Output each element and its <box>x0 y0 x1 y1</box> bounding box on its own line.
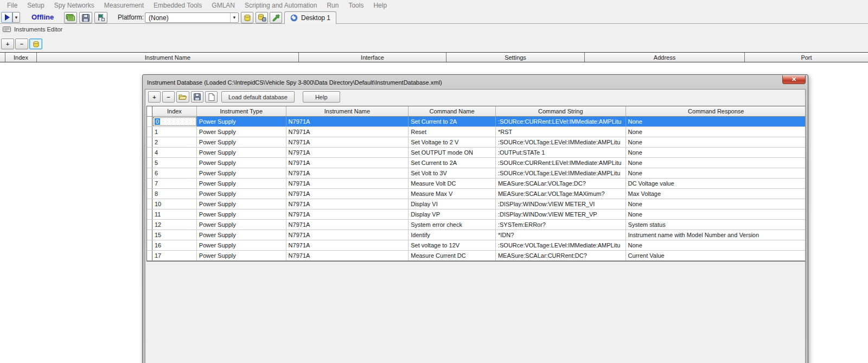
cell-command-string[interactable]: *RST <box>496 127 626 137</box>
command-row[interactable]: 6Power SupplyN7971ASet Volt to 3V:SOURce… <box>147 168 806 179</box>
menu-item-run[interactable]: Run <box>322 2 343 9</box>
command-row[interactable]: 10Power SupplyN7971ADisplay VI:DISPlay:W… <box>147 199 806 209</box>
cell-command-string[interactable]: :SOURce:VOLTage:LEVel:IMMediate:AMPLitu <box>496 137 626 147</box>
cell-instrument-name[interactable]: N7971A <box>286 179 409 188</box>
cell-command-string[interactable]: :SOURce:CURRent:LEVel:IMMediate:AMPLitu <box>496 117 626 126</box>
cell-instrument-type[interactable]: Power Supply <box>197 199 286 209</box>
cell-command-name[interactable]: Set Current to 2A <box>409 117 496 126</box>
messages-view-button[interactable] <box>64 12 77 23</box>
cell-instrument-name[interactable]: N7971A <box>286 117 409 126</box>
cell-command-name[interactable]: Set voltage to 12V <box>409 240 496 250</box>
cell-command-response[interactable]: System status <box>626 220 806 230</box>
database-button[interactable] <box>241 12 253 23</box>
cell-index[interactable]: 4 <box>152 148 197 157</box>
cell-command-name[interactable]: Identify <box>409 230 496 240</box>
cell-instrument-name[interactable]: N7971A <box>286 209 409 219</box>
cell-instrument-type[interactable]: Power Supply <box>197 189 286 199</box>
cell-command-name[interactable]: Set OUTPUT mode ON <box>409 148 496 157</box>
cell-instrument-type[interactable]: Power Supply <box>197 117 286 126</box>
column-header-command-response[interactable]: Command Response <box>626 106 806 116</box>
remove-instrument-button[interactable]: − <box>15 39 28 49</box>
save-database-button[interactable] <box>191 91 203 103</box>
cell-command-name[interactable]: System error check <box>409 220 496 230</box>
cell-command-name[interactable]: Reset <box>409 127 496 137</box>
cell-index[interactable]: 11 <box>152 209 197 219</box>
cell-command-response[interactable]: None <box>626 199 806 209</box>
command-row[interactable]: 15Power SupplyN7971AIdentify*IDN?Instrum… <box>147 230 806 240</box>
cell-instrument-name[interactable]: N7971A <box>286 168 409 178</box>
cell-instrument-name[interactable]: N7971A <box>286 220 409 230</box>
cell-command-response[interactable]: None <box>626 240 806 250</box>
cell-command-response[interactable]: None <box>626 117 806 126</box>
column-header-command-string[interactable]: Command String <box>496 106 626 116</box>
cell-instrument-name[interactable]: N7971A <box>286 240 409 250</box>
cell-instrument-name[interactable]: N7971A <box>286 230 409 240</box>
setup-button[interactable] <box>270 12 282 23</box>
cell-command-string[interactable]: :SOURce:VOLTage:LEVel:IMMediate:AMPLitu <box>496 240 626 250</box>
open-database-button[interactable] <box>176 91 189 103</box>
column-header-interface[interactable]: Interface <box>299 53 446 62</box>
cell-instrument-type[interactable]: Power Supply <box>197 179 286 188</box>
menu-item-file[interactable]: File <box>2 2 22 9</box>
cell-command-string[interactable]: :SOURce:CURRent:LEVel:IMMediate:AMPLitu <box>496 158 626 168</box>
cell-instrument-type[interactable]: Power Supply <box>197 168 286 178</box>
menu-item-embedded-tools[interactable]: Embedded Tools <box>149 2 207 9</box>
cell-instrument-type[interactable]: Power Supply <box>197 127 286 137</box>
cell-index[interactable]: 15 <box>152 230 197 240</box>
cell-instrument-name[interactable]: N7971A <box>286 137 409 147</box>
cell-command-response[interactable]: None <box>626 148 806 157</box>
menu-item-tools[interactable]: Tools <box>343 2 368 9</box>
cell-command-name[interactable]: Set Volt to 3V <box>409 168 496 178</box>
cell-command-name[interactable]: Display VI <box>409 199 496 209</box>
cell-command-string[interactable]: *IDN? <box>496 230 626 240</box>
cell-index[interactable]: 5 <box>152 158 197 168</box>
cell-command-string[interactable]: :SYSTem:ERRor? <box>496 220 626 230</box>
command-row[interactable]: 1Power SupplyN7971AReset*RSTNone <box>147 127 806 137</box>
cell-command-response[interactable]: Instrument name with Model Number and Ve… <box>626 230 806 240</box>
run-dropdown-button[interactable]: ▼ <box>12 12 20 23</box>
cell-index[interactable]: 16 <box>152 240 197 250</box>
menu-item-scripting-and-automation[interactable]: Scripting and Automation <box>240 2 322 9</box>
cell-index[interactable]: 10 <box>152 199 197 209</box>
cell-instrument-type[interactable]: Power Supply <box>197 220 286 230</box>
cell-command-response[interactable]: None <box>626 137 806 147</box>
new-database-button[interactable] <box>205 91 218 103</box>
save-button[interactable] <box>79 12 92 23</box>
column-header-instrument-name[interactable]: Instrument Name <box>286 106 409 116</box>
cell-index[interactable]: 7 <box>152 179 197 188</box>
command-row[interactable]: 17Power SupplyN7971AMeasure Current DCME… <box>147 251 806 261</box>
platform-select[interactable]: (None) ▼ <box>145 12 239 23</box>
column-header-command-name[interactable]: Command Name <box>409 106 496 116</box>
cell-command-string[interactable]: MEASure:SCALar:VOLTage:MAXimum? <box>496 189 626 199</box>
cell-index[interactable]: 12 <box>152 220 197 230</box>
menu-item-help[interactable]: Help <box>368 2 392 9</box>
cell-command-name[interactable]: Measure Volt DC <box>409 179 496 188</box>
load-default-database-button[interactable]: Load default database <box>221 91 295 103</box>
cell-instrument-type[interactable]: Power Supply <box>197 209 286 219</box>
cell-instrument-name[interactable]: N7971A <box>286 199 409 209</box>
cell-command-string[interactable]: :SOURce:VOLTage:LEVel:IMMediate:AMPLitu <box>496 168 626 178</box>
menu-item-gmlan[interactable]: GMLAN <box>207 2 240 9</box>
command-row[interactable]: 4Power SupplyN7971ASet OUTPUT mode ON:OU… <box>147 148 806 158</box>
run-button[interactable] <box>1 12 12 23</box>
cell-instrument-type[interactable]: Power Supply <box>197 158 286 168</box>
menu-item-spy-networks[interactable]: Spy Networks <box>49 2 99 9</box>
command-row[interactable]: 7Power SupplyN7971AMeasure Volt DCMEASur… <box>147 179 806 189</box>
cell-instrument-name[interactable]: N7971A <box>286 251 409 260</box>
function-blocks-button[interactable] <box>94 12 107 23</box>
dialog-titlebar[interactable]: Instrument Database (Loaded C:\IntrepidC… <box>145 77 806 89</box>
column-header-port[interactable]: Port <box>745 53 868 62</box>
cell-command-string[interactable]: MEASure:SCALar:VOLTage:DC? <box>496 179 626 188</box>
cell-instrument-type[interactable]: Power Supply <box>197 148 286 157</box>
command-row[interactable]: 2Power SupplyN7971ASet Voltage to 2 V:SO… <box>147 137 806 148</box>
cell-command-name[interactable]: Measure Current DC <box>409 251 496 260</box>
cell-instrument-name[interactable]: N7971A <box>286 148 409 157</box>
cell-index[interactable]: 0 <box>152 117 197 126</box>
menu-item-measurement[interactable]: Measurement <box>99 2 149 9</box>
cell-instrument-name[interactable]: N7971A <box>286 189 409 199</box>
cell-command-string[interactable]: MEASure:SCALar:CURRent:DC? <box>496 251 626 260</box>
menu-item-setup[interactable]: Setup <box>22 2 49 9</box>
cell-command-name[interactable]: Measure Max V <box>409 189 496 199</box>
command-row[interactable]: 8Power SupplyN7971AMeasure Max VMEASure:… <box>147 189 806 199</box>
cell-command-response[interactable]: Max Voltage <box>626 189 806 199</box>
